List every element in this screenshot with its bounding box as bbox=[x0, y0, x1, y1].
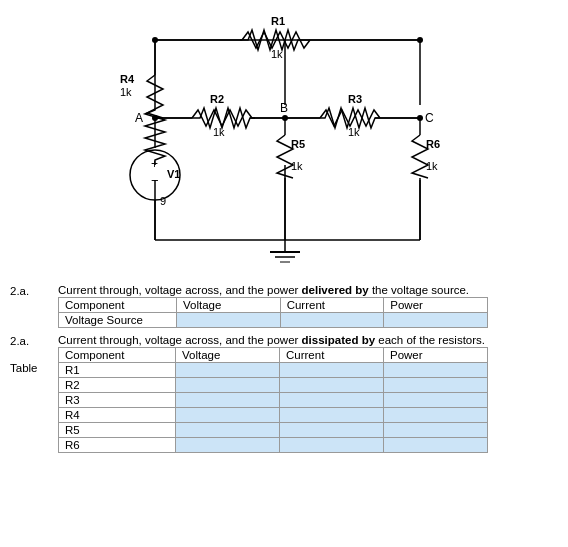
col-component-1: Component bbox=[59, 298, 177, 313]
r3-label: R3 bbox=[348, 93, 362, 105]
r5-power[interactable] bbox=[384, 423, 488, 438]
svg-text:−: − bbox=[151, 173, 159, 188]
r1-label: R1 bbox=[271, 15, 285, 27]
table1-desc: Current through, voltage across, and the… bbox=[58, 284, 558, 296]
r4-current[interactable] bbox=[280, 408, 384, 423]
table-row: R5 bbox=[59, 423, 488, 438]
r6-component: R6 bbox=[59, 438, 176, 453]
table2: Component Voltage Current Power R1 R2 bbox=[58, 347, 488, 453]
r5-label: R5 bbox=[291, 138, 305, 150]
voltage-cell[interactable] bbox=[176, 313, 280, 328]
r1-current[interactable] bbox=[280, 363, 384, 378]
table1: Component Voltage Current Power Voltage … bbox=[58, 297, 488, 328]
r4-power[interactable] bbox=[384, 408, 488, 423]
col-power-2: Power bbox=[384, 348, 488, 363]
r4-value: 1k bbox=[120, 86, 132, 98]
r4-voltage[interactable] bbox=[176, 408, 280, 423]
r5-voltage[interactable] bbox=[176, 423, 280, 438]
svg-point-35 bbox=[282, 115, 288, 121]
r2-power[interactable] bbox=[384, 378, 488, 393]
label-table-2: Table bbox=[10, 361, 58, 374]
r5-component: R5 bbox=[59, 423, 176, 438]
table-row: Voltage Source bbox=[59, 313, 488, 328]
table2-desc: Current through, voltage across, and the… bbox=[58, 334, 558, 346]
col-current-1: Current bbox=[280, 298, 384, 313]
r3-current[interactable] bbox=[280, 393, 384, 408]
table-row: R2 bbox=[59, 378, 488, 393]
r5-value: 1k bbox=[291, 160, 303, 172]
r2-component: R2 bbox=[59, 378, 176, 393]
label-2a-2: 2.a. bbox=[10, 334, 58, 347]
v1-value: 9 bbox=[160, 195, 166, 207]
r6-power[interactable] bbox=[384, 438, 488, 453]
col-component-2: Component bbox=[59, 348, 176, 363]
r6-label: R6 bbox=[426, 138, 440, 150]
r2-value: 1k bbox=[213, 126, 225, 138]
r4-label: R4 bbox=[120, 73, 135, 85]
r1-voltage[interactable] bbox=[176, 363, 280, 378]
r3-power[interactable] bbox=[384, 393, 488, 408]
r5-current[interactable] bbox=[280, 423, 384, 438]
r1-value: 1k bbox=[271, 48, 283, 60]
col-voltage-2: Voltage bbox=[176, 348, 280, 363]
node-c-label: C bbox=[425, 111, 434, 125]
table-row: R1 bbox=[59, 363, 488, 378]
table1-content: Current through, voltage across, and the… bbox=[58, 284, 558, 328]
r2-current[interactable] bbox=[280, 378, 384, 393]
r3-voltage[interactable] bbox=[176, 393, 280, 408]
circuit-svg: + − A B C R1 1k R2 1k R3 bbox=[0, 0, 568, 280]
table-row: R6 bbox=[59, 438, 488, 453]
svg-text:+: + bbox=[151, 157, 158, 171]
node-b-label: B bbox=[280, 101, 288, 115]
table2-block: 2.a. Table Current through, voltage acro… bbox=[10, 334, 558, 453]
svg-point-36 bbox=[417, 115, 423, 121]
r1-component: R1 bbox=[59, 363, 176, 378]
svg-point-34 bbox=[152, 115, 158, 121]
r6-value: 1k bbox=[426, 160, 438, 172]
table-row: R4 bbox=[59, 408, 488, 423]
col-voltage-1: Voltage bbox=[176, 298, 280, 313]
component-cell: Voltage Source bbox=[59, 313, 177, 328]
circuit-diagram: + − A B C R1 1k R2 1k R3 bbox=[0, 0, 568, 280]
label-2a-1: 2.a. bbox=[10, 284, 58, 297]
svg-point-37 bbox=[152, 37, 158, 43]
node-a-label: A bbox=[135, 111, 143, 125]
current-cell[interactable] bbox=[280, 313, 384, 328]
table1-block: 2.a. Current through, voltage across, an… bbox=[10, 284, 558, 328]
power-cell[interactable] bbox=[384, 313, 488, 328]
table2-content: Current through, voltage across, and the… bbox=[58, 334, 558, 453]
r3-value: 1k bbox=[348, 126, 360, 138]
r3-component: R3 bbox=[59, 393, 176, 408]
table-row: R3 bbox=[59, 393, 488, 408]
r6-current[interactable] bbox=[280, 438, 384, 453]
r6-voltage[interactable] bbox=[176, 438, 280, 453]
r2-voltage[interactable] bbox=[176, 378, 280, 393]
table-section: 2.a. Current through, voltage across, an… bbox=[0, 280, 568, 459]
r2-label: R2 bbox=[210, 93, 224, 105]
r4-component: R4 bbox=[59, 408, 176, 423]
svg-point-38 bbox=[417, 37, 423, 43]
v1-label: V1 bbox=[167, 168, 180, 180]
r1-power[interactable] bbox=[384, 363, 488, 378]
col-current-2: Current bbox=[280, 348, 384, 363]
col-power-1: Power bbox=[384, 298, 488, 313]
